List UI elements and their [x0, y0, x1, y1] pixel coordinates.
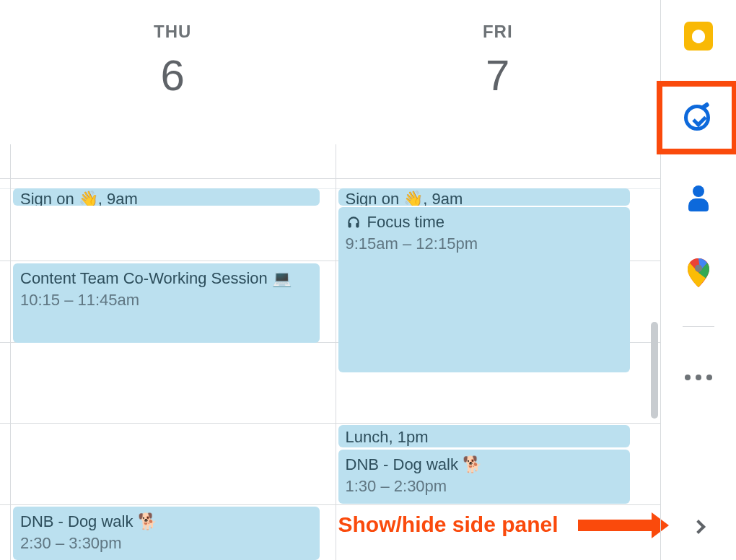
tasks-icon — [684, 105, 710, 131]
annotation-text: Show/hide side panel — [338, 512, 558, 537]
side-panel — [660, 0, 736, 560]
contacts-icon — [688, 185, 709, 213]
day-column-thu[interactable]: THU 6 Sign on 👋, 9am Content Team Co-Wor… — [10, 0, 336, 560]
headphones-icon — [346, 214, 362, 228]
event-time: 10:15 – 11:45am — [20, 289, 312, 311]
side-panel-keep[interactable] — [675, 13, 722, 59]
day-header[interactable]: FRI 7 — [336, 0, 661, 100]
side-panel-maps[interactable] — [675, 250, 722, 296]
more-dots-icon — [685, 375, 712, 380]
event-fri-dogwalk[interactable]: DNB - Dog walk 🐕 1:30 – 2:30pm — [338, 450, 631, 504]
side-panel-divider — [683, 326, 714, 327]
svg-rect-1 — [356, 223, 359, 228]
day-header[interactable]: THU 6 — [10, 0, 336, 100]
svg-point-2 — [695, 265, 702, 272]
svg-rect-0 — [348, 223, 351, 228]
event-fri-lunch[interactable]: Lunch, 1pm — [338, 425, 631, 447]
event-title: Sign on 👋, 9am — [20, 190, 138, 206]
column-divider — [10, 144, 11, 560]
event-title: Content Team Co-Working Session 💻 — [20, 268, 312, 289]
annotation-highlight-box — [657, 81, 736, 154]
scrollbar-thumb[interactable] — [651, 322, 658, 419]
day-number: 6 — [10, 51, 336, 100]
event-title: DNB - Dog walk 🐕 — [20, 511, 312, 533]
event-fri-signon[interactable]: Sign on 👋, 9am — [338, 188, 631, 206]
event-title: Lunch, 1pm — [346, 428, 429, 446]
maps-icon — [688, 258, 709, 287]
side-panel-toggle[interactable] — [675, 504, 722, 550]
event-thu-cowork[interactable]: Content Team Co-Working Session 💻 10:15 … — [13, 263, 320, 343]
event-time: 2:30 – 3:30pm — [20, 533, 312, 554]
event-fri-focus[interactable]: Focus time 9:15am – 12:15pm — [338, 207, 631, 372]
event-thu-dogwalk[interactable]: DNB - Dog walk 🐕 2:30 – 3:30pm — [13, 507, 320, 560]
annotation-arrow — [578, 520, 654, 531]
weekday-label: FRI — [336, 22, 661, 42]
day-number: 7 — [336, 51, 661, 100]
weekday-label: THU — [10, 22, 336, 42]
event-thu-signon[interactable]: Sign on 👋, 9am — [13, 188, 320, 206]
event-title: DNB - Dog walk 🐕 — [346, 454, 623, 476]
event-time: 9:15am – 12:15pm — [346, 233, 623, 255]
event-time: 1:30 – 2:30pm — [346, 476, 623, 497]
calendar-grid[interactable]: THU 6 Sign on 👋, 9am Content Team Co-Wor… — [0, 0, 660, 560]
day-column-fri[interactable]: FRI 7 Sign on 👋, 9am Focus time 9:15am –… — [336, 0, 661, 560]
side-panel-addons[interactable] — [675, 354, 722, 401]
column-divider — [336, 144, 336, 560]
event-title: Focus time — [346, 211, 623, 233]
event-title: Sign on 👋, 9am — [346, 190, 463, 206]
side-panel-contacts[interactable] — [675, 176, 722, 222]
chevron-right-icon — [691, 520, 706, 534]
app-root: THU 6 Sign on 👋, 9am Content Team Co-Wor… — [0, 0, 736, 560]
side-panel-tasks[interactable] — [674, 95, 720, 141]
keep-icon — [684, 22, 713, 51]
